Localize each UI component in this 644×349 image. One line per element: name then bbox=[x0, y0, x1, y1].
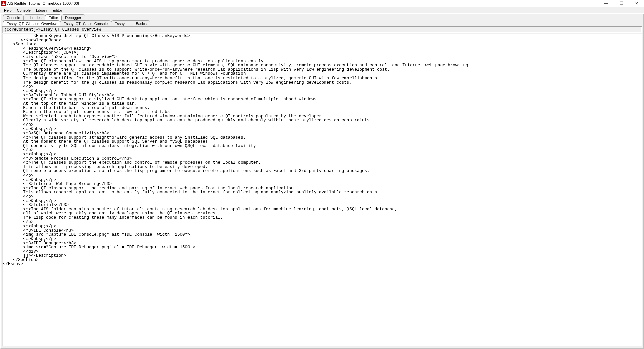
editor-line[interactable]: Beneath the row of pull down menus is a … bbox=[3, 110, 641, 114]
editor-line[interactable]: <p>&nbsp;</p> bbox=[3, 224, 641, 229]
editor-line[interactable]: At the moment there the QT classes suppo… bbox=[3, 140, 641, 144]
editor-line[interactable]: QT connectivity to SQL allows seamless i… bbox=[3, 144, 641, 148]
editor-line[interactable]: <h3>Internet Web Page Browsing</h3> bbox=[3, 182, 641, 186]
editor-line[interactable]: This allows research applications to be … bbox=[3, 190, 641, 195]
editor-line[interactable]: </Section> bbox=[3, 258, 641, 262]
menu-editor[interactable]: Editor bbox=[50, 7, 65, 14]
editor-line[interactable]: <h3>SQL Database Connectivity</h3> bbox=[3, 131, 641, 136]
tab-libraries[interactable]: Libraries bbox=[23, 14, 45, 20]
editor-line[interactable]: The design sacrifice for the QT write-on… bbox=[3, 76, 641, 81]
editor-line[interactable]: <img src="Capture_IDE_Debugger.png" alt=… bbox=[3, 245, 641, 250]
path-bar[interactable]: (CoreContent)->Essay_QT_Classes_Overview bbox=[2, 26, 642, 33]
editor-line[interactable]: <p>&nbsp;</p> bbox=[3, 199, 641, 203]
editor-line[interactable]: <img src="Capture_IDE_Console.png" alt="… bbox=[3, 233, 641, 237]
editor-line[interactable]: <div class="h2section" id="Overview"> bbox=[3, 55, 641, 59]
titlebar: AIS RadIde [Tutorial_OnlineDocs,1000,400… bbox=[0, 0, 644, 7]
editor-line[interactable]: <Section> bbox=[3, 42, 641, 47]
menubar: Help Console Library Editor bbox=[0, 7, 644, 14]
editor-line[interactable]: ]]></Description> bbox=[3, 254, 641, 258]
editor-line[interactable]: <HumanKeywords>Lisp QT Classes AIS Progr… bbox=[3, 34, 641, 38]
menu-help[interactable]: Help bbox=[1, 7, 14, 14]
editor-line[interactable]: </p> bbox=[3, 173, 641, 178]
editor-line[interactable]: </p> bbox=[3, 195, 641, 199]
editor-line[interactable]: <p>&nbsp;</p> bbox=[3, 152, 641, 157]
editor-line[interactable]: The design benefit for the QT classes is… bbox=[3, 81, 641, 85]
editor-line[interactable]: At the top of the main window is a title… bbox=[3, 102, 641, 106]
editor-content[interactable]: <HumanKeywords>Lisp QT Classes AIS Progr… bbox=[2, 34, 642, 266]
menu-console[interactable]: Console bbox=[14, 7, 33, 14]
window-minimize-button[interactable]: — bbox=[599, 0, 614, 7]
editor-line[interactable]: </p> bbox=[3, 220, 641, 225]
editor-line[interactable]: </div> bbox=[3, 250, 641, 254]
editor-line[interactable]: <p>&nbsp;</p> bbox=[3, 237, 641, 241]
editor-line[interactable]: </Essay> bbox=[3, 262, 641, 266]
editor-line[interactable]: <Heading>Overview</Heading> bbox=[3, 47, 641, 51]
workspace: Console Libraries Editor Debugger Essay_… bbox=[0, 13, 644, 349]
editor-line[interactable]: QT remote process execution also allows … bbox=[3, 169, 641, 173]
editor-line[interactable]: </p> bbox=[3, 123, 641, 127]
editor-line[interactable]: <p>The QT classes support the execution … bbox=[3, 161, 641, 165]
editor-line[interactable]: The Lisp code for creating these many in… bbox=[3, 216, 641, 220]
editor-line[interactable]: </p> bbox=[3, 148, 641, 152]
app-icon bbox=[1, 1, 6, 6]
editor-line[interactable]: <h3>Tutorials</h3> bbox=[3, 203, 641, 207]
window-title: AIS RadIde [Tutorial_OnlineDocs,1000,400… bbox=[7, 1, 79, 5]
tab-editor[interactable]: Editor bbox=[45, 14, 62, 20]
main-tab-row: Console Libraries Editor Debugger bbox=[1, 14, 643, 20]
editor-line[interactable]: The QT classes support an extendable tab… bbox=[3, 63, 641, 68]
editor-line[interactable]: </p> bbox=[3, 85, 641, 89]
tab-console[interactable]: Console bbox=[3, 14, 24, 20]
editor-line[interactable]: <p>&nbsp;</p> bbox=[3, 89, 641, 93]
window-close-button[interactable]: ✕ bbox=[629, 0, 644, 7]
subtab-essay-qt-class-console[interactable]: Essay_QT_Class_Console bbox=[60, 20, 111, 26]
text-caret bbox=[56, 89, 56, 93]
window-maximize-button[interactable]: ❐ bbox=[614, 0, 629, 7]
editor-line[interactable]: </KnowledgeBase> bbox=[3, 38, 641, 43]
editor-area[interactable]: <HumanKeywords>Lisp QT Classes AIS Progr… bbox=[2, 34, 642, 346]
subtab-essay-lisp-basics[interactable]: Essay_Lisp_Basics bbox=[111, 20, 150, 26]
menu-library[interactable]: Library bbox=[33, 7, 50, 14]
editor-line[interactable]: Clearly a wide variety of research lab d… bbox=[3, 118, 641, 123]
sub-tab-row: Essay_QT_Classes_Overview Essay_QT_Class… bbox=[1, 20, 643, 26]
tab-debugger[interactable]: Debugger bbox=[61, 14, 85, 20]
subtab-essay-qt-classes-overview[interactable]: Essay_QT_Classes_Overview bbox=[3, 20, 60, 26]
